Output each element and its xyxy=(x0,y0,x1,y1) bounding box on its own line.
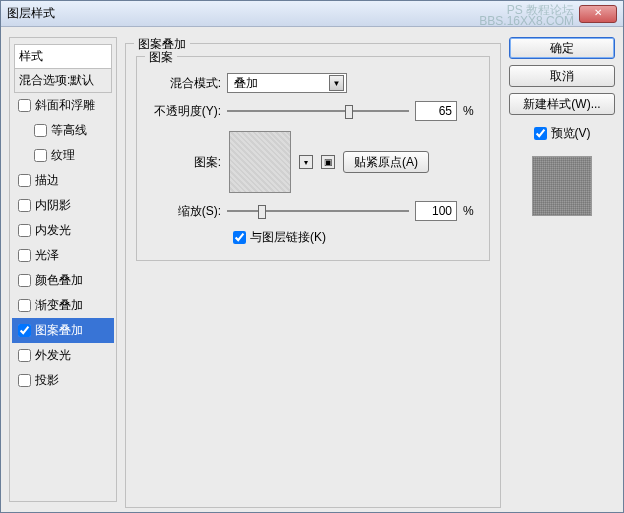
preview-label[interactable]: 预览(V) xyxy=(551,125,591,142)
style-label: 描边 xyxy=(35,172,59,189)
layer-style-dialog: 图层样式 PS 教程论坛 BBS.16XX8.COM ✕ 样式 混合选项:默认 … xyxy=(0,0,624,513)
scale-unit: % xyxy=(463,204,479,218)
blend-mode-select[interactable]: 叠加 ▼ xyxy=(227,73,347,93)
style-label: 等高线 xyxy=(51,122,87,139)
style-item-5[interactable]: 内发光 xyxy=(12,218,114,243)
style-checkbox[interactable] xyxy=(18,299,31,312)
blend-options-default[interactable]: 混合选项:默认 xyxy=(14,69,112,93)
scale-slider[interactable] xyxy=(227,202,409,220)
window-title: 图层样式 xyxy=(7,5,55,22)
pattern-label: 图案: xyxy=(147,154,221,171)
style-item-11[interactable]: 投影 xyxy=(12,368,114,393)
style-checkbox[interactable] xyxy=(18,324,31,337)
opacity-unit: % xyxy=(463,104,479,118)
watermark: PS 教程论坛 BBS.16XX8.COM xyxy=(479,5,574,27)
pattern-swatch[interactable] xyxy=(229,131,291,193)
pattern-dropdown-icon[interactable]: ▾ xyxy=(299,155,313,169)
group-title-pattern: 图案 xyxy=(145,49,177,66)
style-label: 图案叠加 xyxy=(35,322,83,339)
style-item-0[interactable]: 斜面和浮雕 xyxy=(12,93,114,118)
style-label: 斜面和浮雕 xyxy=(35,97,95,114)
style-checkbox[interactable] xyxy=(18,99,31,112)
snap-origin-button[interactable]: 贴紧原点(A) xyxy=(343,151,429,173)
opacity-slider[interactable] xyxy=(227,102,409,120)
link-with-layer-checkbox[interactable] xyxy=(233,231,246,244)
style-checkbox[interactable] xyxy=(18,174,31,187)
style-item-1[interactable]: 等高线 xyxy=(12,118,114,143)
new-preset-icon[interactable]: ▣ xyxy=(321,155,335,169)
style-label: 光泽 xyxy=(35,247,59,264)
window-controls: ✕ xyxy=(579,5,617,23)
preview-checkbox[interactable] xyxy=(534,127,547,140)
blend-mode-value: 叠加 xyxy=(234,75,258,92)
style-label: 投影 xyxy=(35,372,59,389)
style-label: 内阴影 xyxy=(35,197,71,214)
scale-input[interactable]: 100 xyxy=(415,201,457,221)
opacity-label: 不透明度(Y): xyxy=(147,103,221,120)
styles-heading[interactable]: 样式 xyxy=(14,44,112,69)
slider-thumb[interactable] xyxy=(345,105,353,119)
style-checkbox[interactable] xyxy=(34,124,47,137)
center-panel: 图案叠加 图案 混合模式: 叠加 ▼ 不透明度(Y): xyxy=(125,37,501,502)
styles-list-panel: 样式 混合选项:默认 斜面和浮雕等高线纹理描边内阴影内发光光泽颜色叠加渐变叠加图… xyxy=(9,37,117,502)
scale-label: 缩放(S): xyxy=(147,203,221,220)
style-checkbox[interactable] xyxy=(18,274,31,287)
style-label: 外发光 xyxy=(35,347,71,364)
blend-mode-label: 混合模式: xyxy=(147,75,221,92)
style-label: 颜色叠加 xyxy=(35,272,83,289)
style-item-4[interactable]: 内阴影 xyxy=(12,193,114,218)
style-checkbox[interactable] xyxy=(18,374,31,387)
style-checkbox[interactable] xyxy=(34,149,47,162)
style-item-7[interactable]: 颜色叠加 xyxy=(12,268,114,293)
titlebar[interactable]: 图层样式 PS 教程论坛 BBS.16XX8.COM ✕ xyxy=(1,1,623,27)
cancel-button[interactable]: 取消 xyxy=(509,65,615,87)
style-item-2[interactable]: 纹理 xyxy=(12,143,114,168)
style-item-6[interactable]: 光泽 xyxy=(12,243,114,268)
link-with-layer-label[interactable]: 与图层链接(K) xyxy=(250,229,326,246)
opacity-input[interactable]: 65 xyxy=(415,101,457,121)
new-style-button[interactable]: 新建样式(W)... xyxy=(509,93,615,115)
ok-button[interactable]: 确定 xyxy=(509,37,615,59)
style-item-8[interactable]: 渐变叠加 xyxy=(12,293,114,318)
style-checkbox[interactable] xyxy=(18,224,31,237)
style-checkbox[interactable] xyxy=(18,349,31,362)
style-item-10[interactable]: 外发光 xyxy=(12,343,114,368)
style-label: 渐变叠加 xyxy=(35,297,83,314)
style-checkbox[interactable] xyxy=(18,199,31,212)
chevron-down-icon: ▼ xyxy=(329,75,344,91)
style-checkbox[interactable] xyxy=(18,249,31,262)
close-icon[interactable]: ✕ xyxy=(579,5,617,23)
style-label: 纹理 xyxy=(51,147,75,164)
preview-thumbnail xyxy=(532,156,592,216)
right-panel: 确定 取消 新建样式(W)... 预览(V) xyxy=(509,37,615,502)
style-item-9[interactable]: 图案叠加 xyxy=(12,318,114,343)
slider-thumb[interactable] xyxy=(258,205,266,219)
style-item-3[interactable]: 描边 xyxy=(12,168,114,193)
style-label: 内发光 xyxy=(35,222,71,239)
